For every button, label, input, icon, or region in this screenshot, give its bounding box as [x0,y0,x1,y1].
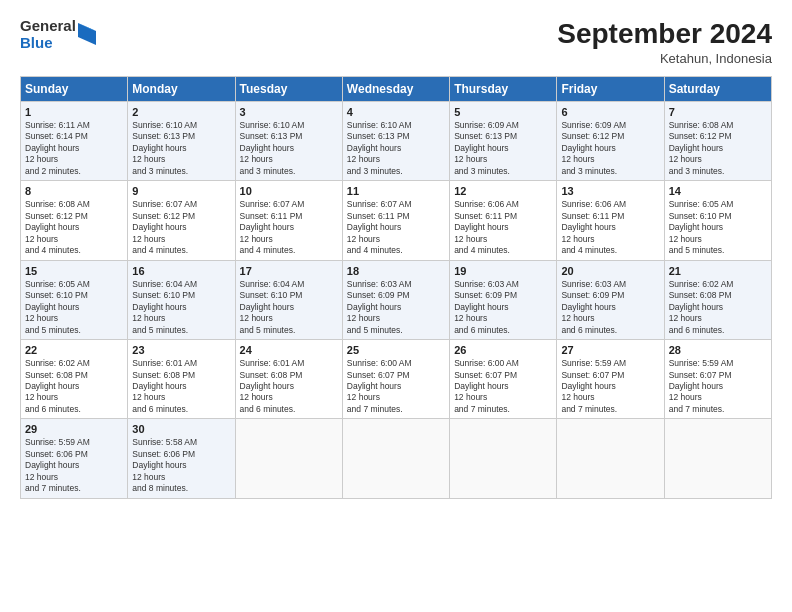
day-number: 7 [669,106,767,118]
day-number: 15 [25,265,123,277]
calendar-cell [557,419,664,498]
calendar-cell: 6Sunrise: 6:09 AMSunset: 6:12 PMDaylight… [557,102,664,181]
cell-info: Sunrise: 5:59 AMSunset: 6:07 PMDaylight … [669,358,767,415]
day-number: 11 [347,185,445,197]
calendar-cell: 1Sunrise: 6:11 AMSunset: 6:14 PMDaylight… [21,102,128,181]
calendar-cell [450,419,557,498]
calendar-cell: 17Sunrise: 6:04 AMSunset: 6:10 PMDayligh… [235,260,342,339]
cell-info: Sunrise: 6:02 AMSunset: 6:08 PMDaylight … [25,358,123,415]
day-number: 5 [454,106,552,118]
calendar-cell: 22Sunrise: 6:02 AMSunset: 6:08 PMDayligh… [21,340,128,419]
day-number: 25 [347,344,445,356]
cell-info: Sunrise: 6:04 AMSunset: 6:10 PMDaylight … [240,279,338,336]
calendar: SundayMondayTuesdayWednesdayThursdayFrid… [20,76,772,499]
day-number: 23 [132,344,230,356]
header: General Blue September 2024 Ketahun, Ind… [20,18,772,66]
day-number: 9 [132,185,230,197]
day-number: 12 [454,185,552,197]
day-number: 27 [561,344,659,356]
logo: General Blue [20,18,96,51]
day-number: 4 [347,106,445,118]
cell-info: Sunrise: 6:09 AMSunset: 6:12 PMDaylight … [561,120,659,177]
calendar-week-row: 22Sunrise: 6:02 AMSunset: 6:08 PMDayligh… [21,340,772,419]
day-number: 14 [669,185,767,197]
day-header: Sunday [21,77,128,102]
calendar-cell: 15Sunrise: 6:05 AMSunset: 6:10 PMDayligh… [21,260,128,339]
day-number: 6 [561,106,659,118]
cell-info: Sunrise: 6:07 AMSunset: 6:11 PMDaylight … [240,199,338,256]
cell-info: Sunrise: 6:00 AMSunset: 6:07 PMDaylight … [347,358,445,415]
day-number: 2 [132,106,230,118]
cell-info: Sunrise: 6:09 AMSunset: 6:13 PMDaylight … [454,120,552,177]
calendar-cell: 9Sunrise: 6:07 AMSunset: 6:12 PMDaylight… [128,181,235,260]
cell-info: Sunrise: 6:06 AMSunset: 6:11 PMDaylight … [561,199,659,256]
calendar-week-row: 1Sunrise: 6:11 AMSunset: 6:14 PMDaylight… [21,102,772,181]
cell-info: Sunrise: 6:00 AMSunset: 6:07 PMDaylight … [454,358,552,415]
cell-info: Sunrise: 5:59 AMSunset: 6:06 PMDaylight … [25,437,123,494]
day-number: 13 [561,185,659,197]
day-number: 30 [132,423,230,435]
cell-info: Sunrise: 6:03 AMSunset: 6:09 PMDaylight … [561,279,659,336]
calendar-cell: 23Sunrise: 6:01 AMSunset: 6:08 PMDayligh… [128,340,235,419]
day-number: 18 [347,265,445,277]
svg-marker-0 [78,23,96,45]
calendar-cell: 2Sunrise: 6:10 AMSunset: 6:13 PMDaylight… [128,102,235,181]
calendar-cell: 28Sunrise: 5:59 AMSunset: 6:07 PMDayligh… [664,340,771,419]
cell-info: Sunrise: 6:10 AMSunset: 6:13 PMDaylight … [240,120,338,177]
cell-info: Sunrise: 6:04 AMSunset: 6:10 PMDaylight … [132,279,230,336]
calendar-cell [342,419,449,498]
day-header: Thursday [450,77,557,102]
day-number: 3 [240,106,338,118]
cell-info: Sunrise: 6:03 AMSunset: 6:09 PMDaylight … [347,279,445,336]
calendar-cell: 13Sunrise: 6:06 AMSunset: 6:11 PMDayligh… [557,181,664,260]
calendar-cell: 30Sunrise: 5:58 AMSunset: 6:06 PMDayligh… [128,419,235,498]
month-title: September 2024 [557,18,772,50]
calendar-header-row: SundayMondayTuesdayWednesdayThursdayFrid… [21,77,772,102]
day-number: 20 [561,265,659,277]
cell-info: Sunrise: 6:10 AMSunset: 6:13 PMDaylight … [132,120,230,177]
title-block: September 2024 Ketahun, Indonesia [557,18,772,66]
calendar-cell: 11Sunrise: 6:07 AMSunset: 6:11 PMDayligh… [342,181,449,260]
day-header: Monday [128,77,235,102]
calendar-cell: 25Sunrise: 6:00 AMSunset: 6:07 PMDayligh… [342,340,449,419]
day-number: 21 [669,265,767,277]
calendar-cell [235,419,342,498]
calendar-cell: 3Sunrise: 6:10 AMSunset: 6:13 PMDaylight… [235,102,342,181]
cell-info: Sunrise: 6:03 AMSunset: 6:09 PMDaylight … [454,279,552,336]
calendar-cell: 21Sunrise: 6:02 AMSunset: 6:08 PMDayligh… [664,260,771,339]
cell-info: Sunrise: 6:08 AMSunset: 6:12 PMDaylight … [669,120,767,177]
calendar-cell: 19Sunrise: 6:03 AMSunset: 6:09 PMDayligh… [450,260,557,339]
cell-info: Sunrise: 6:11 AMSunset: 6:14 PMDaylight … [25,120,123,177]
calendar-cell: 20Sunrise: 6:03 AMSunset: 6:09 PMDayligh… [557,260,664,339]
cell-info: Sunrise: 6:07 AMSunset: 6:12 PMDaylight … [132,199,230,256]
day-number: 22 [25,344,123,356]
day-number: 28 [669,344,767,356]
cell-info: Sunrise: 6:08 AMSunset: 6:12 PMDaylight … [25,199,123,256]
calendar-cell [664,419,771,498]
cell-info: Sunrise: 6:06 AMSunset: 6:11 PMDaylight … [454,199,552,256]
day-number: 1 [25,106,123,118]
calendar-cell: 10Sunrise: 6:07 AMSunset: 6:11 PMDayligh… [235,181,342,260]
day-number: 10 [240,185,338,197]
day-header: Saturday [664,77,771,102]
calendar-cell: 16Sunrise: 6:04 AMSunset: 6:10 PMDayligh… [128,260,235,339]
calendar-week-row: 15Sunrise: 6:05 AMSunset: 6:10 PMDayligh… [21,260,772,339]
day-number: 19 [454,265,552,277]
logo-icon [78,23,96,45]
logo-blue: Blue [20,35,76,52]
cell-info: Sunrise: 6:05 AMSunset: 6:10 PMDaylight … [669,199,767,256]
day-number: 29 [25,423,123,435]
calendar-cell: 14Sunrise: 6:05 AMSunset: 6:10 PMDayligh… [664,181,771,260]
day-number: 8 [25,185,123,197]
day-number: 16 [132,265,230,277]
day-header: Tuesday [235,77,342,102]
day-number: 17 [240,265,338,277]
calendar-cell: 8Sunrise: 6:08 AMSunset: 6:12 PMDaylight… [21,181,128,260]
subtitle: Ketahun, Indonesia [557,51,772,66]
cell-info: Sunrise: 6:01 AMSunset: 6:08 PMDaylight … [240,358,338,415]
calendar-week-row: 29Sunrise: 5:59 AMSunset: 6:06 PMDayligh… [21,419,772,498]
calendar-cell: 24Sunrise: 6:01 AMSunset: 6:08 PMDayligh… [235,340,342,419]
cell-info: Sunrise: 5:58 AMSunset: 6:06 PMDaylight … [132,437,230,494]
cell-info: Sunrise: 5:59 AMSunset: 6:07 PMDaylight … [561,358,659,415]
page: General Blue September 2024 Ketahun, Ind… [0,0,792,612]
